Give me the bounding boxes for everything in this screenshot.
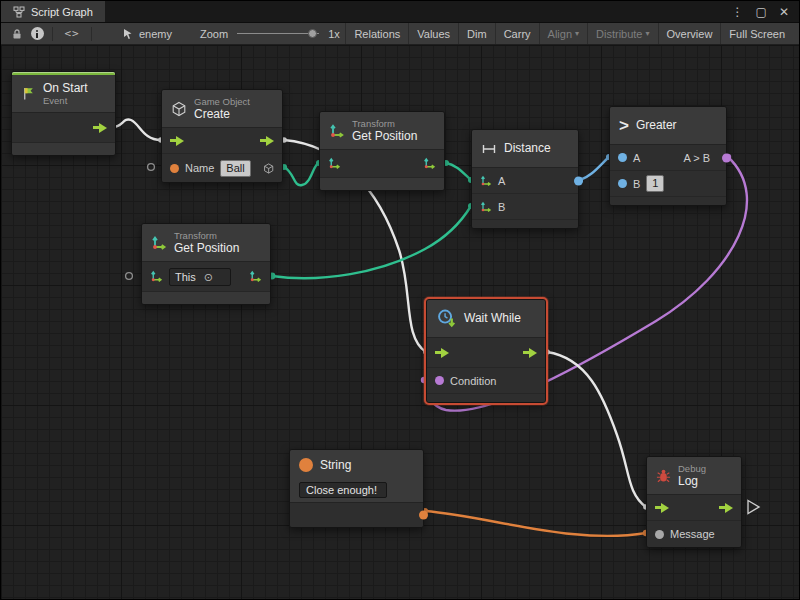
string-output-port[interactable] bbox=[419, 511, 428, 520]
titlebar-spacer bbox=[105, 1, 722, 22]
node-footer bbox=[427, 394, 545, 402]
toolbar-divider bbox=[52, 27, 53, 41]
node-footer bbox=[320, 178, 444, 190]
toolbar-button-relations[interactable]: Relations bbox=[345, 23, 408, 44]
port-label: A bbox=[498, 175, 505, 187]
tab-script-graph[interactable]: Script Graph bbox=[1, 1, 105, 22]
toolbar-button-overview[interactable]: Overview bbox=[658, 23, 721, 44]
info-icon[interactable] bbox=[27, 23, 47, 44]
message-input-port[interactable] bbox=[655, 530, 664, 539]
node-title: Log bbox=[678, 474, 706, 488]
cube-icon bbox=[171, 101, 187, 117]
target-dropdown[interactable]: This ⊙ bbox=[169, 268, 231, 286]
b-input-port[interactable] bbox=[480, 201, 492, 213]
flow-input-port[interactable] bbox=[170, 136, 184, 146]
node-title: Wait While bbox=[464, 311, 521, 325]
zoom-label: Zoom bbox=[200, 28, 228, 40]
code-view-icon[interactable]: <> bbox=[58, 23, 86, 44]
toolbar-button-distribute[interactable]: Distribute▾ bbox=[587, 23, 657, 44]
graph-toolbar: <> enemy Zoom 1x Relations Values Dim Ca… bbox=[1, 23, 799, 45]
zoom-slider[interactable] bbox=[237, 33, 319, 34]
flow-continuation-icon bbox=[748, 501, 759, 514]
wire-gameobject-create-getposition[interactable] bbox=[284, 163, 319, 185]
port-label: Condition bbox=[450, 375, 496, 387]
toolbar-button-align[interactable]: Align▾ bbox=[539, 23, 587, 44]
node-footer bbox=[12, 143, 115, 155]
node-title: String bbox=[320, 458, 351, 472]
node-get-position-this[interactable]: Transform Get Position This ⊙ bbox=[141, 223, 271, 305]
flow-output-port[interactable] bbox=[719, 503, 733, 513]
port-label: B bbox=[633, 178, 640, 190]
node-title: Greater bbox=[636, 118, 677, 132]
b-input-port[interactable] bbox=[618, 179, 627, 188]
transform-input-port[interactable] bbox=[150, 270, 163, 283]
flow-output-port[interactable] bbox=[523, 348, 537, 358]
node-distance[interactable]: Distance A B bbox=[471, 129, 579, 229]
transform-input-port[interactable] bbox=[328, 157, 341, 170]
script-graph-window: Script Graph ⋮ ▢ ✕ <> enemy bbox=[0, 0, 800, 600]
toolbar-button-fullscreen[interactable]: Full Screen bbox=[720, 23, 793, 44]
game-object-output-port[interactable] bbox=[263, 162, 274, 175]
position-output-port[interactable] bbox=[249, 270, 262, 283]
target-picker-icon[interactable]: ⊙ bbox=[204, 269, 213, 285]
node-wait-while[interactable]: Wait While Condition bbox=[426, 299, 546, 403]
name-value-field[interactable]: Ball bbox=[220, 160, 250, 177]
toolbar-divider bbox=[91, 27, 92, 41]
zoom-knob[interactable] bbox=[308, 29, 317, 38]
node-category: Transform bbox=[352, 118, 417, 129]
node-title: Create bbox=[194, 107, 250, 121]
node-greater[interactable]: > Greater A A > B B 1 bbox=[609, 106, 727, 206]
toolbar-button-values[interactable]: Values bbox=[408, 23, 458, 44]
node-string-literal[interactable]: String Close enough! bbox=[289, 449, 424, 528]
result-output-port[interactable] bbox=[722, 153, 731, 162]
distance-icon bbox=[481, 141, 497, 157]
dropdown-caret-icon: ▾ bbox=[646, 30, 650, 38]
lock-icon[interactable] bbox=[7, 23, 27, 44]
wire-position-getposition-distance-b[interactable] bbox=[272, 206, 471, 278]
node-debug-log[interactable]: Debug Log Message bbox=[646, 456, 742, 548]
node-on-start-event[interactable]: On Start Event bbox=[11, 71, 116, 156]
a-input-port[interactable] bbox=[618, 153, 627, 162]
position-output-port[interactable] bbox=[423, 157, 436, 170]
unconnected-port-ring bbox=[126, 273, 133, 280]
transform-icon bbox=[151, 235, 167, 251]
toolbar-button-dim[interactable]: Dim bbox=[458, 23, 495, 44]
wire-position-getposition-distance-a[interactable] bbox=[446, 163, 471, 180]
titlebar: Script Graph ⋮ ▢ ✕ bbox=[1, 1, 799, 23]
flow-input-port[interactable] bbox=[435, 348, 449, 358]
condition-input-port[interactable] bbox=[435, 376, 444, 385]
port-label: Name bbox=[185, 162, 214, 174]
flow-output-port[interactable] bbox=[93, 123, 107, 133]
node-footer bbox=[472, 220, 578, 228]
node-subtitle: Event bbox=[43, 95, 88, 106]
flow-output-port[interactable] bbox=[260, 136, 274, 146]
node-category: Game Object bbox=[194, 96, 250, 107]
b-value-field[interactable]: 1 bbox=[646, 175, 664, 192]
wire-flow-onstart-create[interactable] bbox=[113, 119, 161, 140]
graph-canvas[interactable]: On Start Event Game Object Create bbox=[1, 45, 799, 599]
window-close-icon[interactable]: ✕ bbox=[779, 6, 789, 18]
node-footer bbox=[610, 197, 726, 205]
string-icon bbox=[299, 458, 313, 472]
node-create-game-object[interactable]: Game Object Create Name Ball bbox=[161, 89, 283, 183]
node-category: Debug bbox=[678, 463, 706, 474]
node-footer bbox=[142, 292, 270, 304]
a-input-port[interactable] bbox=[480, 175, 492, 187]
port-label: B bbox=[498, 201, 505, 213]
flag-icon bbox=[21, 86, 36, 101]
distance-output-port[interactable] bbox=[574, 176, 583, 185]
flow-input-port[interactable] bbox=[655, 503, 669, 513]
wire-string-string-log[interactable] bbox=[425, 511, 646, 536]
window-menu-icon[interactable]: ⋮ bbox=[732, 6, 744, 18]
node-title: Get Position bbox=[174, 241, 239, 255]
node-title: Distance bbox=[504, 141, 551, 155]
transform-icon bbox=[329, 123, 345, 139]
node-get-position-ball[interactable]: Transform Get Position bbox=[319, 111, 445, 191]
toolbar-button-carry[interactable]: Carry bbox=[495, 23, 539, 44]
string-value-field[interactable]: Close enough! bbox=[299, 482, 387, 498]
name-input-port[interactable] bbox=[170, 164, 179, 173]
wire-number-distance-greater[interactable] bbox=[580, 157, 609, 180]
window-maximize-icon[interactable]: ▢ bbox=[756, 6, 767, 18]
port-label: A > B bbox=[683, 152, 710, 164]
zoom-value: 1x bbox=[328, 28, 340, 40]
